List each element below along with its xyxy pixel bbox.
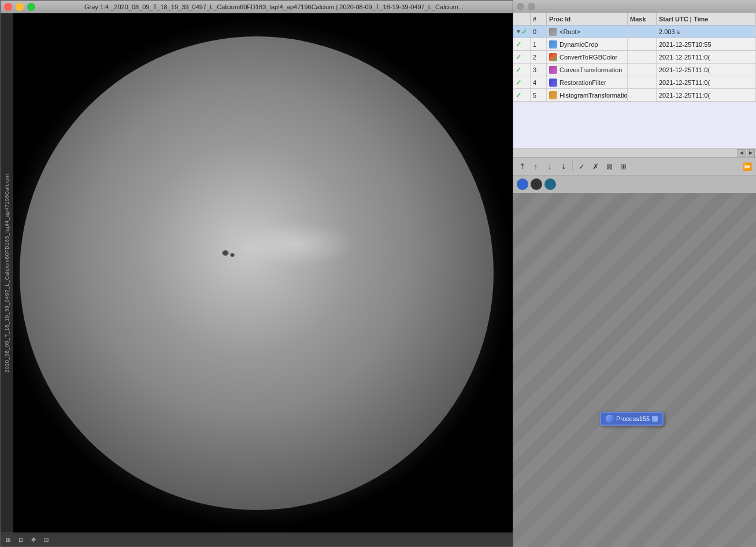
col-header-time: Start UTC | Time xyxy=(657,13,756,25)
row-check-3: ✓ xyxy=(513,64,531,76)
image-panel: Gray 1:4 _2020_08_09_T_18_19_39_0497_L_C… xyxy=(0,0,513,547)
col-header-num: # xyxy=(531,13,547,25)
process-table: # Proc Id Mask Start UTC | Time ▼ ✓ 0 <R… xyxy=(513,13,756,148)
row-procid-2: ConvertToRGBColor xyxy=(547,51,628,63)
row-procid-3: CurvesTransformation xyxy=(547,64,628,76)
image-vertical-label: 2020_08_09_T_18_19_39_0497_L_Calcium60FD… xyxy=(1,13,13,533)
script-area[interactable]: New Instance Process155 xyxy=(513,193,756,547)
checkmark-1: ✓ xyxy=(516,40,522,49)
image-bottom-toolbar: ⊞ ⊡ ✥ ⊡ xyxy=(1,533,513,546)
proc-icon-root xyxy=(549,28,557,36)
circle-tool-button[interactable] xyxy=(544,178,556,190)
row-mask-1 xyxy=(628,38,657,50)
process-close-button[interactable] xyxy=(517,3,524,10)
row-time-0: 2.003 s xyxy=(657,25,756,38)
row-procid-0: <Root> xyxy=(547,25,628,38)
checkmark-3: ✓ xyxy=(516,65,522,74)
image-viewport[interactable]: 2020_08_09_T_18_19_39_0497_L_Calcium60FD… xyxy=(1,13,513,533)
cancel-button[interactable]: ✗ xyxy=(589,160,602,173)
checkmark-4: ✓ xyxy=(516,78,522,87)
checkmark-2: ✓ xyxy=(516,53,522,61)
row-check-0: ▼ ✓ xyxy=(513,25,531,38)
reset-button[interactable]: ⊠ xyxy=(603,160,616,173)
toolbar-separator-1 xyxy=(572,161,573,172)
arrow-tool-button[interactable] xyxy=(517,178,528,190)
fit-icon[interactable]: ⊡ xyxy=(41,535,51,545)
table-row[interactable]: ✓ 2 ConvertToRGBColor 2021-12-25T11:0( xyxy=(513,51,756,64)
close-button[interactable] xyxy=(4,3,12,11)
table-row[interactable]: ✓ 4 RestorationFilter 2021-12-25T11:0( xyxy=(513,76,756,89)
checkmark-5: ✓ xyxy=(516,91,522,99)
proc-icon-crop xyxy=(549,40,557,49)
row-mask-4 xyxy=(628,76,657,88)
move-down-button[interactable]: ↓ xyxy=(543,160,556,173)
process-node[interactable]: Process155 xyxy=(600,412,664,426)
table-row[interactable]: ✓ 1 DynamicCrop 2021-12-25T10:55 xyxy=(513,38,756,51)
move-bottom-button[interactable]: ⤓ xyxy=(557,160,570,173)
checkmark-0: ✓ xyxy=(521,27,528,36)
expand-arrow-0: ▼ xyxy=(516,28,521,35)
pan-icon[interactable]: ✥ xyxy=(28,535,39,545)
image-label-text: 2020_08_09_T_18_19_39_0497_L_Calcium60FD… xyxy=(4,174,10,373)
row-time-1: 2021-12-25T10:55 xyxy=(657,38,756,50)
table-row[interactable]: ▼ ✓ 0 <Root> 2.003 s xyxy=(513,25,756,38)
row-mask-3 xyxy=(628,64,657,76)
move-up-button[interactable]: ↑ xyxy=(529,160,542,173)
right-panel: # Proc Id Mask Start UTC | Time ▼ ✓ 0 <R… xyxy=(513,0,756,547)
proc-icon-restoration xyxy=(549,79,557,87)
row-check-4: ✓ xyxy=(513,76,531,88)
sun-image xyxy=(20,36,494,510)
toolbar-separator-2 xyxy=(632,161,632,172)
image-title: Gray 1:4 _2020_08_09_T_18_19_39_0497_L_C… xyxy=(39,3,509,10)
process-toolbar: ⤒ ↑ ↓ ⤓ ✓ ✗ ⊠ ⊞ ⏩ xyxy=(513,157,756,176)
row-num-1: 1 xyxy=(531,38,547,50)
process-list-panel: # Proc Id Mask Start UTC | Time ▼ ✓ 0 <R… xyxy=(513,13,756,157)
sunspot-1 xyxy=(222,250,229,256)
minimize-button[interactable] xyxy=(16,3,24,11)
proc-icon-curves xyxy=(549,66,557,74)
image-title-bar: Gray 1:4 _2020_08_09_T_18_19_39_0497_L_C… xyxy=(1,1,513,13)
row-procid-1: DynamicCrop xyxy=(547,38,628,50)
col-header-mask: Mask xyxy=(628,13,657,25)
proc-icon-rgb xyxy=(549,53,557,61)
move-top-button[interactable]: ⤒ xyxy=(516,160,528,173)
table-scrollbar: ◀ ▶ xyxy=(513,148,756,157)
row-num-0: 0 xyxy=(531,25,547,38)
row-procid-4: RestorationFilter xyxy=(547,76,628,88)
main-container: Gray 1:4 _2020_08_09_T_18_19_39_0497_L_C… xyxy=(0,0,756,547)
row-mask-0 xyxy=(628,25,657,38)
row-num-5: 5 xyxy=(531,89,547,101)
table-row[interactable]: ✓ 3 CurvesTransformation 2021-12-25T11:0… xyxy=(513,64,756,76)
row-time-2: 2021-12-25T11:0( xyxy=(657,51,756,63)
col-header-check xyxy=(513,13,531,25)
col-header-procid: Proc Id xyxy=(547,13,628,25)
table-row[interactable]: ✓ 5 HistogramTransformation 2021-12-25T1… xyxy=(513,89,756,102)
scroll-right-arrow[interactable]: ▶ xyxy=(747,149,755,157)
process-node-handle[interactable] xyxy=(652,416,658,422)
fast-forward-button[interactable]: ⏩ xyxy=(741,160,754,173)
row-check-1: ✓ xyxy=(513,38,531,50)
zoom-out-icon[interactable]: ⊞ xyxy=(3,535,13,545)
row-num-2: 2 xyxy=(531,51,547,63)
row-check-2: ✓ xyxy=(513,51,531,63)
rectangle-tool-button[interactable] xyxy=(531,178,542,190)
scroll-left-arrow[interactable]: ◀ xyxy=(738,149,746,157)
row-mask-5 xyxy=(628,89,657,101)
row-procid-5: HistogramTransformation xyxy=(547,89,628,101)
row-num-3: 3 xyxy=(531,64,547,76)
script-toolbar xyxy=(513,176,756,193)
maximize-button[interactable] xyxy=(27,3,35,11)
solar-plage xyxy=(239,221,355,267)
row-mask-2 xyxy=(628,51,657,63)
sunspot-2 xyxy=(230,253,235,257)
info-button[interactable]: ⊞ xyxy=(617,160,629,173)
row-time-4: 2021-12-25T11:0( xyxy=(657,76,756,88)
table-empty-area xyxy=(513,102,756,148)
process-node-label: Process155 xyxy=(616,415,650,422)
row-check-5: ✓ xyxy=(513,89,531,101)
process-min-button[interactable] xyxy=(528,3,535,10)
table-header: # Proc Id Mask Start UTC | Time xyxy=(513,13,756,25)
execute-button[interactable]: ✓ xyxy=(575,160,588,173)
proc-icon-histogram xyxy=(549,91,557,99)
zoom-in-icon[interactable]: ⊡ xyxy=(16,535,26,545)
